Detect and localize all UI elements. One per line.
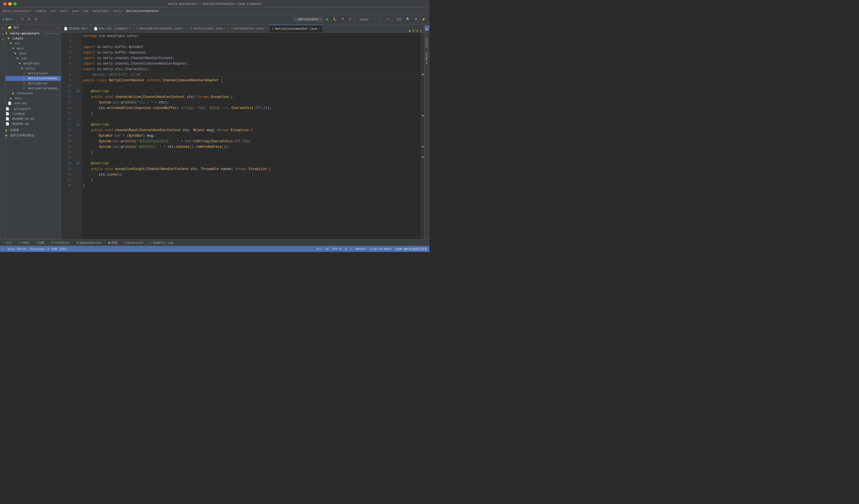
tab-pom[interactable]: 📄 pom.xml (simple) ×	[91, 25, 134, 32]
tree-item-netty[interactable]: ▼ netty	[5, 66, 61, 71]
line-ending[interactable]: LF	[326, 247, 329, 251]
translate-button[interactable]: A文	[395, 17, 403, 22]
tree-item-license[interactable]: 📄 LICENSE	[5, 111, 61, 116]
collapse-all-button[interactable]: ⊟	[26, 17, 32, 21]
cursor-position[interactable]: 8:1	[317, 247, 322, 251]
gutter-bookmark-24[interactable]: @	[78, 162, 79, 165]
branch-name[interactable]: master	[356, 247, 366, 251]
tree-item-com[interactable]: ▼ com	[5, 56, 61, 61]
tab-serverhandler[interactable]: C NettyServerHandler.java ×	[134, 25, 187, 32]
tree-item-scratch[interactable]: ▶ 临时文件和控制台	[5, 133, 61, 138]
sidebar-dropdown[interactable]: ▾	[57, 26, 59, 29]
gutter-bookmark-17[interactable]: @	[78, 123, 79, 126]
settings-main-button[interactable]: ⚙	[413, 17, 419, 21]
left-panel-btn-1[interactable]: ⊞	[1, 26, 5, 31]
search-button[interactable]: 🔍	[405, 17, 412, 21]
left-panel-btn-2[interactable]: ⊡	[1, 32, 5, 36]
bottom-tab-git[interactable]: ⑂ Git	[2, 241, 13, 245]
tree-item-netty-quickstart[interactable]: ▼ netty-quickstart ~/IdeaProjects/demo/n…	[5, 31, 61, 36]
tab-clienthandler[interactable]: C NettyClientHandler.java ×	[269, 25, 323, 32]
update-button[interactable]: ↑	[378, 17, 383, 21]
breadcrumb-item-current[interactable]: NettyClientHandler	[126, 10, 159, 13]
bottom-tab-todo[interactable]: ☑ TODO	[17, 241, 30, 245]
breadcrumb-item[interactable]: wangfugui	[92, 10, 109, 13]
tab-close[interactable]: ×	[224, 27, 226, 30]
code-editor[interactable]: 12345 678910 1112131415 1617181920 21222…	[61, 33, 424, 239]
tree-item-NettyServerHandler[interactable]: C NettyServerHandler	[5, 86, 61, 91]
tree-item-java[interactable]: ▼ java	[5, 51, 61, 56]
more-button[interactable]: …	[40, 17, 46, 21]
window-controls[interactable]	[3, 2, 17, 5]
bottom-tab-terminal[interactable]: ▣ 终端	[107, 241, 119, 245]
tree-item-simple[interactable]: ▼ simple	[5, 36, 61, 41]
tree-item-gitignore[interactable]: 📄 .gitignore	[5, 107, 61, 111]
minimize-button[interactable]	[8, 2, 12, 5]
profile-button[interactable]: ⏱	[347, 17, 353, 21]
tree-item-NettyClient[interactable]: C NettyClient	[5, 71, 61, 76]
tab-server[interactable]: C NettyServer.java ×	[229, 25, 269, 32]
bottom-tab-mybatis[interactable]: ▷ MyBatis Log	[149, 241, 174, 245]
tab-close[interactable]: ×	[86, 27, 88, 30]
right-panel-structure[interactable]: 结构	[424, 31, 430, 35]
run-button[interactable]: ▶	[325, 17, 330, 21]
toolbar-icon-structure[interactable]: ⊞	[2, 17, 4, 21]
breadcrumb-item[interactable]: main	[60, 10, 67, 13]
run-config-dropdown[interactable]: ▾	[320, 18, 321, 21]
breadcrumb-item[interactable]: com	[83, 10, 89, 13]
right-panel-top-btn[interactable]	[425, 26, 429, 30]
sync-button[interactable]: ⟳	[19, 17, 25, 21]
coverage-button[interactable]: ☂	[340, 17, 346, 21]
project-dropdown[interactable]: ▾	[12, 17, 14, 21]
settings-button[interactable]: ⚙	[33, 17, 39, 21]
tree-item-wangfugui[interactable]: ▼ wangfugui	[5, 61, 61, 66]
tab-close[interactable]: ×	[265, 27, 266, 30]
tab-label: NettyClient.java	[193, 27, 223, 30]
tree-item-readme-en[interactable]: 📄 README.en.md	[5, 116, 61, 122]
tab-close[interactable]: ×	[129, 27, 131, 30]
right-panel-maven[interactable]: m Maven	[425, 50, 429, 66]
git-button[interactable]: Git(G):	[358, 17, 371, 21]
bottom-tab-sonarlint[interactable]: ◉ SonarLint	[123, 241, 145, 245]
gutter-bookmark-11[interactable]: @	[78, 90, 79, 93]
power-button[interactable]: ⚡	[420, 17, 427, 21]
tree-item-NettyServer[interactable]: C NettyServer	[5, 81, 61, 86]
tree-item-test[interactable]: ▶ test	[5, 96, 61, 101]
tab-close[interactable]: ×	[183, 27, 185, 30]
debug-button[interactable]: 🐛	[331, 17, 338, 21]
tab-readme[interactable]: 📄 README.md ×	[61, 25, 91, 32]
bottom-tab-label: 终端	[111, 241, 117, 245]
right-panel-codota[interactable]: Codota	[425, 35, 429, 50]
breadcrumb-item[interactable]: netty	[113, 10, 122, 13]
tree-item-label: java	[19, 52, 26, 55]
bottom-tab-profiler[interactable]: ⏱ Profiler	[50, 241, 71, 245]
tab-client[interactable]: C NettyClient.java ×	[188, 25, 229, 32]
left-panel-btn-4[interactable]: ☆	[1, 43, 5, 47]
tab-close[interactable]: ×	[318, 28, 320, 31]
tree-item-pom[interactable]: 📄 pom.xml	[5, 101, 61, 106]
tree-item-src[interactable]: ▼ src	[5, 41, 61, 46]
deps-icon: ◈	[77, 241, 78, 245]
todo-icon: ☑	[19, 241, 20, 245]
commit-button[interactable]: ✓	[372, 17, 377, 21]
bottom-tab-problems[interactable]: ⚠ 问题	[34, 241, 46, 245]
code-line-5: import io.netty.channel.ChannelHandlerCo…	[83, 56, 421, 61]
left-panel-btn-3[interactable]: ⊕	[1, 37, 5, 42]
breadcrumb-item[interactable]: java	[72, 10, 79, 13]
tree-item-external-libs[interactable]: ▶ 外部库	[5, 127, 61, 133]
code-content[interactable]: package com.wangfugui.netty; import io.n…	[82, 33, 421, 239]
breadcrumb-item[interactable]: simple	[35, 10, 47, 13]
breadcrumb-item[interactable]: src	[50, 10, 56, 13]
push-button[interactable]: ↗	[385, 17, 390, 21]
tree-item-resources[interactable]: ▶ resources	[5, 91, 61, 96]
encoding[interactable]: UTF-8	[332, 247, 342, 251]
breadcrumb-item[interactable]: netty-quickstart	[2, 10, 32, 13]
run-config-selector[interactable]: ☕ NettyClient ▾	[293, 17, 323, 21]
scrollbar[interactable]	[421, 33, 424, 239]
close-button[interactable]	[3, 2, 7, 5]
tree-item-main[interactable]: ▼ main	[5, 46, 61, 51]
maximize-button[interactable]	[13, 2, 17, 5]
tree-item-NettyClientHandler[interactable]: C NettyClientHandler	[5, 76, 61, 81]
warning-icon: ⚠	[35, 241, 37, 245]
tree-item-readme[interactable]: 📄 README.md	[5, 122, 61, 126]
bottom-tab-dependencies[interactable]: ◈ Dependencies	[75, 241, 103, 245]
